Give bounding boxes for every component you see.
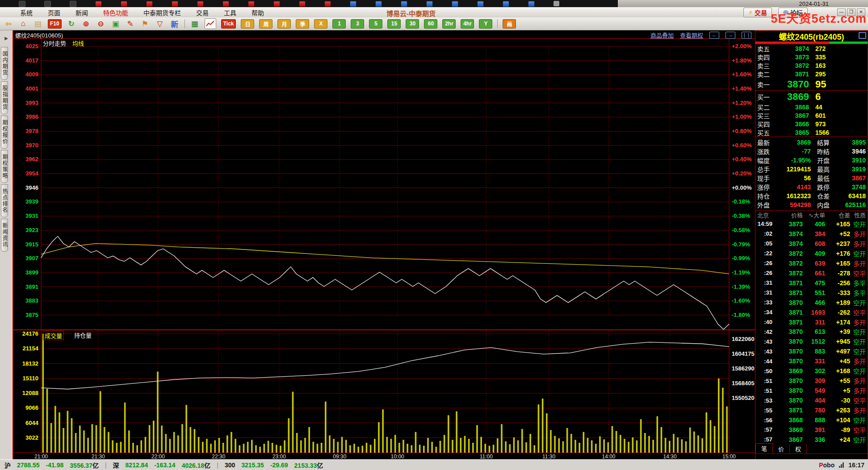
period-60m-button[interactable]: 60 — [424, 19, 437, 29]
draw-button[interactable]: 画 — [503, 19, 516, 29]
tick-volume: 1693 — [803, 309, 825, 316]
period-30m-button[interactable]: 30 — [406, 19, 419, 29]
menu-3[interactable]: 特色功能 — [96, 8, 136, 17]
tick-row: :023874384+52多开 — [757, 229, 866, 239]
price-pane-mode-label[interactable]: 分时走势 — [43, 39, 66, 47]
stat-value: 3867 — [833, 175, 866, 182]
price-pane-ma-label[interactable]: 均线 — [72, 39, 84, 47]
new-icon[interactable]: 新 — [170, 19, 180, 29]
period-month-button[interactable]: 月 — [277, 19, 291, 29]
bid-row-5[interactable]: 买五38651566 — [755, 128, 868, 137]
ask-row-4[interactable]: 卖四3873335 — [755, 53, 868, 61]
period-x-button[interactable]: X — [314, 19, 327, 29]
tick-oi-change: +168 — [825, 367, 850, 374]
chart-area[interactable]: 螺纹2405(010605) 商品叠加查看期权←→❘❘ 分时走势 均线 4025… — [13, 30, 755, 460]
blue-app-icon — [477, 1, 484, 7]
stat-label: 仓差 — [817, 191, 833, 200]
menu-4[interactable]: 中泰期货专栏 — [136, 8, 189, 17]
price-axis-label: 3931 — [25, 212, 38, 219]
menu-6[interactable]: 工具 — [216, 8, 244, 17]
period-4hr-button[interactable]: 4hr — [461, 19, 474, 29]
tick-oi-change: +165 — [825, 260, 850, 267]
quote-tab-2[interactable]: 权 — [790, 444, 807, 453]
overlay-icon[interactable]: ▣ — [111, 19, 121, 29]
quote-table-icon[interactable]: ▦ — [190, 19, 200, 29]
stat-label: 最高 — [817, 165, 833, 174]
bid-row-1[interactable]: 买一38696 — [755, 91, 868, 103]
tick-price: 3873 — [775, 220, 803, 228]
menu-0[interactable]: 系统 — [13, 8, 40, 17]
sidebar-tab-2[interactable]: 期权报价 — [1, 116, 8, 149]
period-1m-button[interactable]: 1 — [332, 19, 346, 29]
bid-row-4[interactable]: 买四3866973 — [755, 120, 868, 128]
tick-row: :263872639+165多开 — [757, 258, 866, 268]
pencil-icon[interactable]: ✎ — [126, 19, 135, 29]
period-y-button[interactable]: Y — [479, 19, 492, 29]
sidebar-tab-0[interactable]: 国内期货 — [1, 47, 8, 80]
tick-volume: 409 — [803, 250, 825, 257]
zoom-in-icon[interactable]: ⊕ — [81, 19, 91, 29]
tick-oi-change: -256 — [825, 279, 850, 287]
refresh-icon[interactable]: ↻ — [67, 19, 76, 29]
period-3m-button[interactable]: 3 — [351, 19, 364, 29]
book-row-label: 卖三 — [757, 61, 777, 70]
chart-mode-button[interactable] — [205, 18, 216, 29]
prev-contract-icon[interactable]: ← — [709, 32, 719, 39]
quote-tab-0[interactable]: 笔 — [755, 443, 773, 453]
quote-tab-1[interactable]: 价 — [773, 444, 790, 453]
tick-button[interactable]: Tick — [221, 19, 236, 29]
f10-button[interactable]: F10 — [48, 19, 62, 29]
tick-price: 3869 — [775, 426, 803, 433]
sidebar-tab-4[interactable]: 热点排名 — [1, 184, 8, 217]
time-axis-label: 21:00 — [34, 453, 48, 460]
ask-row-2[interactable]: 卖二3871295 — [755, 70, 868, 78]
tick-nature: 空平 — [850, 308, 866, 317]
alert-icon[interactable]: ⚑ — [140, 19, 150, 29]
menu-5[interactable]: 交易 — [189, 8, 216, 17]
home-icon[interactable]: ⌂ — [18, 19, 28, 29]
volume-pane[interactable]: 成交量 持仓量 24176211541813215110120889066604… — [13, 329, 756, 453]
index-label: 深 — [113, 461, 119, 470]
volume-chart-svg[interactable] — [13, 330, 756, 453]
index-amount: 2153.33亿 — [294, 461, 323, 470]
trade-button[interactable]: ⚡ 交易 — [743, 8, 772, 17]
period-15m-button[interactable]: 15 — [387, 19, 401, 29]
sidebar-collapse-arrow[interactable]: ▶ — [0, 30, 13, 46]
period-season-button[interactable]: 季 — [296, 19, 309, 29]
price-chart-svg[interactable] — [13, 38, 756, 329]
sidebar-tab-1[interactable]: 股指期货 — [1, 81, 8, 114]
menu-7[interactable]: 帮助 — [244, 8, 272, 17]
zoom-out-icon[interactable]: ⊖ — [96, 19, 106, 29]
tick-volume: 639 — [803, 260, 825, 267]
book-row-volume: 163 — [815, 62, 866, 69]
sidebar-tab-3[interactable]: 期权策略 — [1, 150, 8, 183]
ask-row-3[interactable]: 卖三3872163 — [755, 61, 868, 70]
period-2hr-button[interactable]: 2hr — [442, 19, 456, 29]
ask-row-5[interactable]: 卖五3874272 — [755, 44, 868, 53]
split-view-icon[interactable]: ❘❘ — [742, 32, 751, 39]
stat-value: 56 — [776, 175, 811, 182]
filter-icon[interactable]: ▽ — [155, 19, 165, 29]
notes-icon[interactable]: ▤ — [33, 19, 43, 29]
restore-window-icon[interactable] — [859, 32, 866, 39]
bid-row-3[interactable]: 买三3867601 — [755, 111, 868, 120]
next-contract-icon[interactable]: → — [725, 32, 735, 39]
stat-label: 开盘 — [817, 156, 833, 165]
bid-row-2[interactable]: 买二386844 — [755, 103, 868, 111]
menu-1[interactable]: 页面 — [40, 8, 68, 17]
menu-2[interactable]: 新闻 — [68, 8, 96, 17]
ask-row-1[interactable]: 卖一387095 — [755, 78, 868, 90]
back-icon[interactable]: ⇦ — [4, 19, 13, 29]
period-day-button[interactable]: 日 — [241, 19, 254, 29]
stats-row: 幅度-1.95%开盘3910 — [757, 156, 866, 165]
toolbar-separator — [185, 19, 185, 28]
blue-app-icon — [350, 1, 356, 7]
book-row-label: 买一 — [757, 92, 777, 101]
tick-volume: 406 — [803, 220, 825, 228]
period-5m-button[interactable]: 5 — [369, 19, 382, 29]
period-week-button[interactable]: 周 — [259, 19, 273, 29]
sidebar-tab-5[interactable]: 新闻资讯 — [1, 219, 8, 252]
price-pane[interactable]: 分时走势 均线 40254017400940013993398639783970… — [13, 38, 756, 329]
volume-label[interactable]: 成交量 — [43, 331, 64, 340]
open-interest-label[interactable]: 持仓量 — [74, 331, 92, 339]
